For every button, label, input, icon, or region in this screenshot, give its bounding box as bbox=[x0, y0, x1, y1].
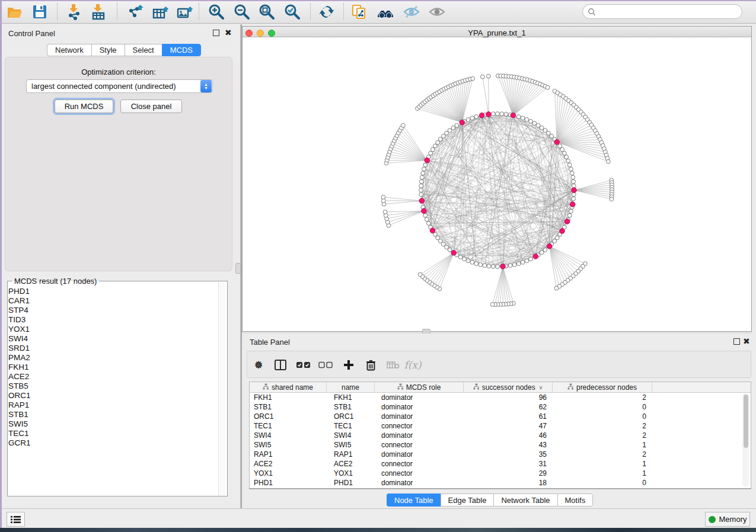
mcds-result-item[interactable]: GCR1 bbox=[8, 438, 217, 448]
network-node[interactable] bbox=[567, 213, 572, 217]
mcds-hub-node[interactable] bbox=[486, 112, 492, 117]
network-node[interactable] bbox=[553, 239, 557, 243]
mcds-hub-node[interactable] bbox=[419, 198, 425, 204]
mcds-hub-node[interactable] bbox=[451, 250, 457, 255]
column-header-shared-name[interactable]: shared name bbox=[250, 382, 327, 393]
network-node[interactable] bbox=[455, 123, 459, 127]
network-node[interactable] bbox=[479, 262, 483, 267]
mcds-hub-node[interactable] bbox=[570, 202, 575, 207]
tab-network-table[interactable]: Network Table bbox=[493, 493, 557, 507]
close-table-panel-icon[interactable]: ✖ bbox=[743, 337, 750, 345]
network-node[interactable] bbox=[445, 131, 449, 135]
network-node[interactable] bbox=[529, 119, 533, 123]
network-node[interactable] bbox=[543, 129, 547, 133]
network-node[interactable] bbox=[496, 265, 500, 269]
network-node[interactable] bbox=[529, 257, 533, 261]
network-node[interactable] bbox=[441, 242, 445, 246]
select-all-icon[interactable] bbox=[296, 357, 311, 373]
zoom-out-icon[interactable] bbox=[233, 3, 251, 21]
node-table[interactable]: shared namenameMCDS rolesuccessor nodes∨… bbox=[249, 382, 751, 489]
task-history-button[interactable] bbox=[7, 512, 25, 527]
mcds-result-item[interactable]: STB5 bbox=[8, 382, 217, 391]
delete-column-icon[interactable] bbox=[363, 357, 378, 373]
network-node[interactable] bbox=[487, 264, 491, 268]
network-node[interactable] bbox=[438, 137, 442, 142]
network-leaf-node[interactable] bbox=[610, 197, 614, 201]
network-node[interactable] bbox=[483, 264, 487, 268]
network-node[interactable] bbox=[567, 163, 572, 167]
network-node[interactable] bbox=[420, 175, 424, 180]
network-node[interactable] bbox=[550, 134, 554, 138]
mcds-hub-node[interactable] bbox=[560, 229, 565, 234]
network-node[interactable] bbox=[423, 213, 428, 217]
save-icon[interactable] bbox=[31, 3, 49, 21]
network-node[interactable] bbox=[521, 260, 525, 264]
mcds-result-item[interactable]: PHD1 bbox=[8, 287, 217, 296]
network-node[interactable] bbox=[563, 151, 567, 155]
network-node[interactable] bbox=[547, 131, 551, 135]
network-node[interactable] bbox=[419, 184, 423, 188]
deselect-all-icon[interactable] bbox=[318, 357, 333, 373]
network-node[interactable] bbox=[419, 180, 423, 184]
table-scrollbar-thumb[interactable] bbox=[744, 395, 748, 448]
column-header-predecessor-nodes[interactable]: predecessor nodes bbox=[553, 382, 652, 393]
close-panel-button[interactable]: Close panel bbox=[120, 100, 182, 113]
mcds-hub-node[interactable] bbox=[425, 158, 430, 163]
tab-style[interactable]: Style bbox=[91, 44, 125, 56]
mcds-result-item[interactable]: ORC1 bbox=[8, 391, 217, 400]
criterion-dropdown[interactable]: largest connected component (undirected)… bbox=[26, 79, 213, 93]
column-visibility-icon[interactable] bbox=[273, 357, 288, 373]
network-leaf-node[interactable] bbox=[480, 75, 484, 79]
network-node[interactable] bbox=[433, 144, 437, 148]
mcds-result-item[interactable]: STB1 bbox=[8, 410, 217, 419]
import-network-icon[interactable] bbox=[65, 3, 83, 21]
table-row[interactable]: FKH1FKH1dominator962 bbox=[250, 393, 751, 402]
network-node[interactable] bbox=[466, 117, 470, 121]
network-node[interactable] bbox=[422, 167, 426, 171]
column-header-MCDS-role[interactable]: MCDS role bbox=[375, 382, 464, 393]
hide-selected-icon[interactable] bbox=[403, 3, 420, 21]
network-leaf-node[interactable] bbox=[383, 210, 387, 214]
column-header-successor-nodes[interactable]: successor nodes∨ bbox=[464, 382, 553, 393]
network-leaf-node[interactable] bbox=[486, 74, 490, 78]
network-node[interactable] bbox=[429, 151, 433, 155]
table-row[interactable]: SWI4SWI4dominator462 bbox=[250, 431, 751, 440]
network-node[interactable] bbox=[566, 159, 570, 163]
network-node[interactable] bbox=[516, 115, 521, 119]
close-panel-icon[interactable]: ✖ bbox=[225, 28, 232, 37]
table-row[interactable]: RAP1RAP1dominator352 bbox=[250, 450, 751, 459]
network-leaf-node[interactable] bbox=[401, 123, 406, 127]
mcds-hub-node[interactable] bbox=[572, 188, 577, 193]
float-panel-icon[interactable] bbox=[213, 30, 219, 36]
network-node[interactable] bbox=[569, 167, 573, 171]
mcds-result-item[interactable]: SRD1 bbox=[8, 344, 217, 353]
network-leaf-node[interactable] bbox=[554, 286, 559, 290]
network-node[interactable] bbox=[491, 112, 495, 116]
network-node[interactable] bbox=[500, 112, 504, 116]
splitter-grip[interactable] bbox=[235, 263, 241, 274]
network-node[interactable] bbox=[430, 148, 435, 152]
tab-node-table[interactable]: Node Table bbox=[387, 493, 441, 507]
network-node[interactable] bbox=[419, 193, 423, 197]
table-row[interactable]: YOX1YOX1connector291 bbox=[250, 469, 751, 478]
table-row[interactable]: ACE2ACE2connector311 bbox=[250, 459, 751, 469]
mcds-hub-node[interactable] bbox=[554, 140, 560, 145]
table-options-icon[interactable]: ⚙ bbox=[251, 357, 266, 373]
network-node[interactable] bbox=[436, 236, 440, 240]
network-node[interactable] bbox=[555, 236, 559, 240]
mcds-result-item[interactable]: SWI5 bbox=[8, 419, 217, 429]
network-node[interactable] bbox=[536, 123, 540, 127]
search-input[interactable] bbox=[596, 7, 732, 17]
mcds-result-item[interactable]: TEC1 bbox=[8, 429, 217, 438]
mcds-result-item[interactable]: SWI4 bbox=[8, 334, 217, 344]
network-leaf-node[interactable] bbox=[546, 85, 550, 89]
mcds-hub-node[interactable] bbox=[430, 228, 435, 233]
clone-network-icon[interactable] bbox=[350, 3, 368, 21]
export-image-icon[interactable] bbox=[176, 3, 193, 21]
mcds-result-item[interactable]: ACE2 bbox=[8, 372, 217, 382]
network-node[interactable] bbox=[474, 262, 479, 266]
network-node[interactable] bbox=[508, 264, 512, 268]
mcds-hub-node[interactable] bbox=[547, 243, 552, 249]
open-folder-icon[interactable] bbox=[6, 3, 24, 21]
mcds-result-item[interactable]: STP4 bbox=[8, 306, 217, 315]
